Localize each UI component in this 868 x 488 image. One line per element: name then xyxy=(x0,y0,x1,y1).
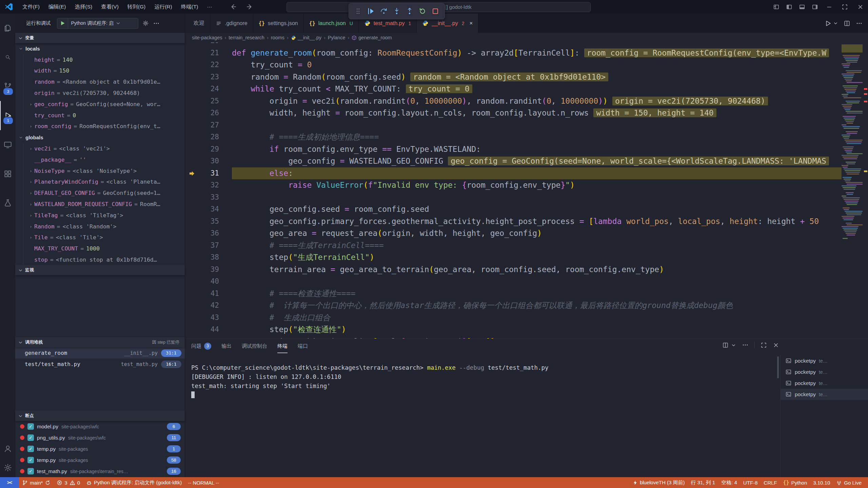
breakpoints-section-header[interactable]: 断点 xyxy=(15,411,185,421)
breadcrumb-item[interactable]: site-packages xyxy=(192,35,222,40)
chevron-right-icon[interactable]: › xyxy=(27,224,34,229)
run-icon[interactable] xyxy=(824,20,832,27)
menu-item[interactable]: ··· xyxy=(203,0,217,14)
statusbar-item[interactable]: {}Python xyxy=(780,480,810,486)
statusbar-item[interactable]: Go Live xyxy=(833,480,865,486)
variable-row[interactable]: ›DEFAULT_GEO_CONFIG=GeoConfig(seed=1… xyxy=(15,187,185,199)
code-line-42[interactable]: 42 # 计算每一个出口的中心，然后使用astar生成路径，确保每一个出口组合都… xyxy=(185,300,842,312)
breadcrumb-item[interactable]: Pylance xyxy=(328,35,346,40)
continue-icon[interactable] xyxy=(365,5,377,17)
close-icon[interactable] xyxy=(773,342,779,348)
chevron-right-icon[interactable]: › xyxy=(27,146,34,151)
menu-item[interactable]: 选择(S) xyxy=(70,0,97,14)
restart-icon[interactable] xyxy=(417,5,428,17)
panel-tab-输出[interactable]: 输出 xyxy=(221,339,232,353)
variables-section-header[interactable]: 变量 xyxy=(15,33,185,43)
minimize-icon[interactable] xyxy=(821,0,837,14)
tab-.gdignore[interactable]: .gdignore xyxy=(210,14,253,33)
breakpoint-row[interactable]: ✓temp.pysite-packages58 xyxy=(15,454,185,466)
breadcrumb-item[interactable]: generate_room xyxy=(352,35,392,40)
toggle-layout-icon[interactable] xyxy=(770,0,783,14)
code-line-31[interactable]: 31 else: xyxy=(185,167,842,180)
variable-row[interactable]: try_count=0 xyxy=(15,110,185,121)
split-panel-icon[interactable] xyxy=(722,342,729,348)
breadcrumb-item[interactable]: __init__.py xyxy=(291,35,321,40)
step-over-icon[interactable] xyxy=(378,5,390,17)
code-line-24[interactable]: 24 while try_count < MAX_TRY_COUNT:try_c… xyxy=(185,83,842,95)
activity-remote-explorer-icon[interactable] xyxy=(0,130,15,159)
nav-forward-icon[interactable] xyxy=(246,3,253,11)
breakpoint-checkbox[interactable]: ✓ xyxy=(27,468,34,474)
variables-scope-globals[interactable]: globals xyxy=(15,132,185,143)
breakpoint-checkbox[interactable]: ✓ xyxy=(27,423,34,430)
statusbar-item[interactable]: 行 31, 列 1 xyxy=(688,480,718,486)
panel-tab-终端[interactable]: 终端 xyxy=(277,339,288,353)
chevron-right-icon[interactable]: › xyxy=(27,168,34,174)
variable-row[interactable]: __package__='' xyxy=(15,154,185,165)
toggle-panel-right-icon[interactable] xyxy=(808,0,821,14)
activity-search-icon[interactable] xyxy=(0,43,15,72)
panel-tab-调试控制台[interactable]: 调试控制台 xyxy=(242,339,267,353)
menu-item[interactable]: 运行(R) xyxy=(150,0,177,14)
activity-settings-gear-icon[interactable] xyxy=(0,458,15,477)
statusbar-item[interactable]: 30 xyxy=(54,477,83,488)
code-line-38[interactable]: 38 step("生成TerrainCell") xyxy=(185,251,842,264)
breadcrumb-item[interactable]: terrain_research xyxy=(229,35,264,40)
toggle-panel-bottom-icon[interactable] xyxy=(795,0,808,14)
terminal-list-item[interactable]: pocketpyte… xyxy=(781,378,868,389)
variable-row[interactable]: random=<Random object at 0x1bf9d01e… xyxy=(15,76,185,87)
watch-section-header[interactable]: 监视 xyxy=(15,265,185,275)
breakpoint-row[interactable]: ✓png_utils.pysite-packages\wfc11 xyxy=(15,432,185,443)
maximize-icon[interactable] xyxy=(761,342,767,348)
variable-row[interactable]: ›vec2i=<class 'vec2i'> xyxy=(15,143,185,154)
chevdown-icon[interactable] xyxy=(833,21,838,26)
terminal-output[interactable]: PS C:\computer_science\godot-ldtk\site-p… xyxy=(191,363,773,400)
statusbar-item[interactable]: blueloveTH (3 周前) xyxy=(630,480,688,486)
chevron-right-icon[interactable]: › xyxy=(27,102,34,107)
code-line-32[interactable]: 32 raise ValueError(f"Invalid env type: … xyxy=(185,179,842,191)
statusbar-item[interactable]: main* xyxy=(19,477,54,488)
code-line-29[interactable]: 29 if room_config.env_type == EnvType.WA… xyxy=(185,143,842,156)
statusbar-item[interactable]: -- NORMAL -- xyxy=(185,477,222,488)
chevron-right-icon[interactable]: › xyxy=(27,124,34,129)
panel-tab-端口[interactable]: 端口 xyxy=(298,339,308,353)
variable-row[interactable]: ›Tile=<class 'Tile'> xyxy=(15,232,185,243)
variable-row[interactable]: ›geo_config=GeoConfig(seed=None, wor… xyxy=(15,99,185,110)
breakpoint-row[interactable]: ✓test_math.pysite-packages\terrain_res…1… xyxy=(15,466,185,477)
code-line-25[interactable]: 25 origin = vec2i(random.randint(0, 1000… xyxy=(185,95,842,107)
code-line-30[interactable]: 30 geo_config = WASTELAND_GEO_CONFIGgeo_… xyxy=(185,155,842,167)
code-line-44[interactable]: 44 step("检查连通性") xyxy=(185,324,842,336)
split-icon[interactable] xyxy=(844,20,850,27)
gear-icon[interactable] xyxy=(142,20,149,26)
code-line-22[interactable]: 22 try_count = 0 xyxy=(185,59,842,71)
more-actions-icon[interactable] xyxy=(153,20,160,27)
menu-item[interactable]: 查看(V) xyxy=(97,0,123,14)
terminal-list-item[interactable]: pocketpyte… xyxy=(781,366,868,378)
activity-testing-icon[interactable] xyxy=(0,188,15,218)
chevron-right-icon[interactable]: › xyxy=(27,179,34,184)
code-line-21[interactable]: 21def generate_room(room_config: RoomReq… xyxy=(185,47,842,59)
chevron-right-icon[interactable]: › xyxy=(27,202,34,207)
menu-item[interactable]: 文件(F) xyxy=(18,0,44,14)
breakpoint-checkbox[interactable]: ✓ xyxy=(27,434,34,441)
code-line-37[interactable]: 37 # ====生成TerrainCell==== xyxy=(185,240,842,252)
statusbar-item[interactable]: CRLF xyxy=(761,480,780,486)
chevron-right-icon[interactable]: › xyxy=(27,235,34,240)
breakpoint-checkbox[interactable]: ✓ xyxy=(27,446,34,452)
breadcrumb-item[interactable]: rooms xyxy=(271,35,284,40)
activity-source-control-icon[interactable]: 3 xyxy=(0,72,15,101)
code-line-43[interactable]: 43 # 生成出口组合 xyxy=(185,312,842,324)
code-line-34[interactable]: 34 geo_config.seed = room_config.seed xyxy=(185,203,842,216)
breakpoint-row[interactable]: ✓temp.pysite-packages1 xyxy=(15,443,185,454)
maximize-icon[interactable] xyxy=(837,0,852,14)
statusbar-item[interactable]: Python 调试程序: 启动文件 (godot-ldtk) xyxy=(83,477,185,488)
more-icon[interactable] xyxy=(742,342,749,348)
terminal-list-item[interactable]: pocketpyte… xyxy=(781,389,868,400)
activity-explorer-icon[interactable] xyxy=(0,14,15,43)
remote-indicator[interactable]: >< xyxy=(0,477,19,488)
variable-row[interactable]: origin=vec2i(7205730, 9024468) xyxy=(15,87,185,99)
callstack-section-header[interactable]: 调用堆栈 因 step 已暂停 xyxy=(15,337,185,347)
code-line-35[interactable]: 35 geo_config.primary_forces.geothermal_… xyxy=(185,216,842,228)
close-icon[interactable] xyxy=(852,0,868,14)
terminal-list-item[interactable]: pocketpyte… xyxy=(781,355,868,366)
